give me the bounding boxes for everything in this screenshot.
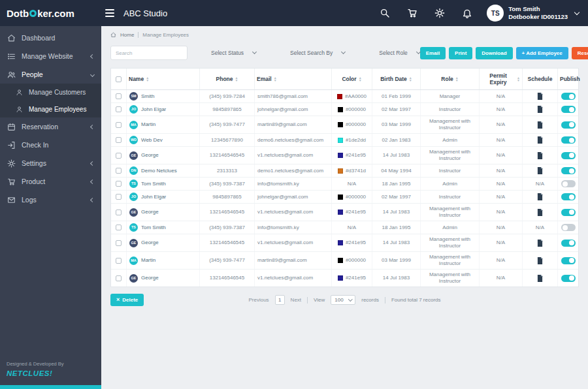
row-checkbox[interactable] (116, 181, 122, 187)
schedule-document-icon[interactable] (537, 152, 543, 159)
search-input[interactable] (116, 50, 176, 56)
per-page-select[interactable]: 100 (331, 295, 355, 305)
sidebar-item-manage-website[interactable]: Manage Website (0, 47, 101, 65)
schedule-document-icon[interactable] (537, 136, 543, 144)
column-header-schedule[interactable]: Schedule (523, 69, 558, 89)
column-header-publish[interactable]: Publish (558, 69, 582, 89)
reset-button[interactable]: Reset (572, 47, 588, 59)
logo[interactable]: Dotb ker.com (0, 8, 101, 19)
select-search-by-select[interactable]: Select Search By (290, 50, 345, 56)
studio-name: ABC Studio (123, 8, 167, 18)
publish-toggle[interactable] (561, 136, 576, 144)
row-checkbox[interactable] (116, 240, 122, 246)
sidebar-item-people[interactable]: People (0, 65, 101, 84)
publish-toggle[interactable] (561, 167, 576, 174)
schedule-document-icon[interactable] (537, 257, 543, 264)
publish-toggle[interactable] (561, 152, 576, 159)
schedule-document-icon[interactable] (537, 193, 543, 200)
employee-email: v1.netclues@gmail.com (255, 204, 332, 221)
publish-toggle[interactable] (561, 193, 576, 200)
bell-icon[interactable] (462, 8, 472, 18)
select-all-checkbox[interactable] (116, 76, 122, 82)
delete-button[interactable]: × Delete (110, 294, 144, 306)
schedule-document-icon[interactable] (537, 209, 543, 216)
publish-toggle[interactable] (561, 224, 576, 231)
table-row: GE George 132146546545 v1.netclues@gmail… (111, 234, 578, 252)
select-status-select[interactable]: Select Status (211, 50, 256, 56)
employee-birth-date: 01 Feb 1999 (372, 90, 421, 102)
avatar: GE (129, 151, 138, 160)
employee-birth-date: 04 May 1994 (372, 164, 421, 177)
search-icon[interactable] (380, 8, 390, 18)
row-checkbox[interactable] (116, 106, 122, 112)
column-header-phone[interactable]: Phone ▲▼ (200, 69, 255, 89)
row-checkbox[interactable] (116, 210, 122, 215)
avatar: GE (129, 239, 138, 247)
employee-permit-expiry: N/A (480, 270, 523, 287)
row-checkbox[interactable] (116, 93, 122, 99)
publish-toggle[interactable] (561, 106, 576, 113)
employee-role: Instructor (421, 191, 480, 203)
row-checkbox[interactable] (116, 153, 122, 159)
menu-toggle-icon[interactable] (105, 9, 114, 17)
previous-button[interactable]: Previous (248, 297, 269, 303)
publish-toggle[interactable] (561, 240, 576, 247)
column-header-permit[interactable]: Permit Expiry ▲▼ (480, 69, 523, 89)
sidebar-item-manage-employees[interactable]: Manage Employees (0, 101, 101, 117)
color-swatch (338, 153, 343, 158)
schedule-document-icon[interactable] (537, 93, 543, 100)
row-checkbox[interactable] (116, 258, 122, 264)
publish-toggle[interactable] (561, 180, 576, 187)
publish-toggle[interactable] (561, 209, 576, 216)
row-checkbox[interactable] (116, 194, 122, 200)
employee-permit-expiry: N/A (480, 234, 523, 251)
publish-toggle[interactable] (561, 275, 576, 282)
publish-toggle[interactable] (561, 93, 576, 100)
sidebar-footer: Designed & Developed By NETCLUES! (0, 354, 101, 385)
avatar: JO (129, 105, 138, 114)
sidebar-item-check-in[interactable]: Check In (0, 136, 101, 154)
breadcrumb-home[interactable]: Home (120, 32, 134, 38)
netclues-logo[interactable]: NETCLUES! (7, 369, 95, 377)
sort-icon: ▲▼ (359, 76, 362, 82)
sidebar-item-product[interactable]: Product (0, 172, 101, 191)
row-checkbox[interactable] (116, 168, 122, 174)
row-checkbox[interactable] (116, 137, 122, 143)
cart-icon[interactable] (407, 8, 417, 18)
sidebar-item-manage-customers[interactable]: Manage Customers (0, 84, 101, 101)
row-checkbox[interactable] (116, 122, 122, 128)
schedule-document-icon[interactable] (537, 121, 543, 129)
add-employee-button[interactable]: + Add Employee (516, 47, 568, 59)
sidebar-item-settings[interactable]: Settings (0, 154, 101, 172)
page-number[interactable]: 1 (275, 295, 285, 305)
sidebar-item-logs[interactable]: Logs (0, 191, 101, 209)
row-checkbox[interactable] (116, 225, 122, 230)
next-button[interactable]: Next (291, 297, 301, 303)
gear-icon[interactable] (434, 8, 445, 18)
schedule-document-icon[interactable] (537, 106, 543, 113)
column-header-name[interactable]: Name ▲▼ (127, 69, 200, 89)
schedule-document-icon[interactable] (537, 167, 543, 174)
column-header-role[interactable]: Role ▲▼ (421, 69, 480, 89)
print-button[interactable]: Print (449, 47, 472, 59)
download-button[interactable]: Download (476, 47, 512, 59)
column-header-color[interactable]: Color ▲▼ (332, 69, 372, 89)
user-menu[interactable]: TS Tom Smith Dotbooker ID001123 (487, 5, 579, 22)
search-icon[interactable] (176, 50, 182, 56)
color-swatch (338, 210, 343, 215)
column-header-birth[interactable]: Birth Date ▲▼ (372, 69, 421, 89)
sidebar-item-dashboard[interactable]: Dashboard (0, 29, 101, 47)
sidebar-item-reservation[interactable]: Reservation (0, 117, 101, 136)
publish-toggle[interactable] (561, 257, 576, 264)
select-role-select[interactable]: Select Role (379, 50, 419, 56)
color-swatch (338, 275, 343, 281)
employee-phone: 132146546545 (200, 234, 255, 251)
column-header-email[interactable]: Email ▲▼ (255, 69, 332, 89)
avatar: WD (129, 136, 138, 144)
publish-toggle[interactable] (561, 121, 576, 129)
schedule-document-icon[interactable] (537, 275, 543, 282)
schedule-document-icon[interactable] (537, 240, 543, 247)
email-button[interactable]: Email (420, 47, 446, 59)
employee-permit-expiry: N/A (480, 103, 523, 116)
row-checkbox[interactable] (116, 275, 122, 281)
